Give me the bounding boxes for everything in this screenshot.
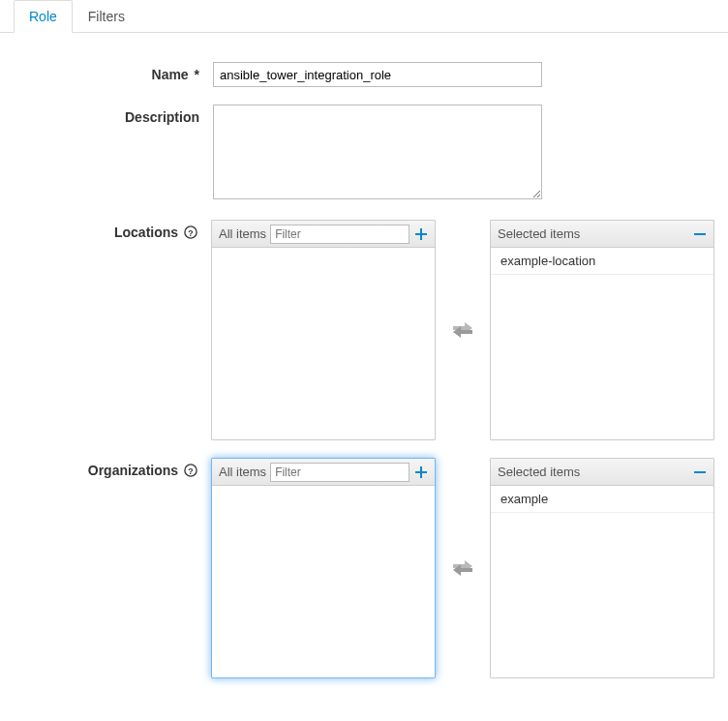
all-items-label: All items xyxy=(219,465,266,479)
organizations-label: Organizations ? xyxy=(14,458,211,678)
organizations-available-panel: All items xyxy=(211,458,436,678)
organizations-multiselect: All items Selected items xyxy=(211,458,714,678)
name-label-text: Name xyxy=(152,67,189,82)
role-form: Name * Description Locations ? All items xyxy=(0,33,728,709)
svg-rect-2 xyxy=(694,233,706,235)
locations-filter-input[interactable] xyxy=(270,225,410,244)
locations-label: Locations ? xyxy=(14,220,211,440)
form-row-organizations: Organizations ? All items xyxy=(14,458,714,678)
description-textarea[interactable] xyxy=(213,105,542,199)
locations-available-panel: All items xyxy=(211,220,436,440)
organizations-selected-list[interactable]: example xyxy=(491,486,713,677)
list-item[interactable]: example-location xyxy=(491,248,713,275)
transfer-control xyxy=(436,459,490,677)
locations-available-header: All items xyxy=(212,221,435,248)
plus-icon[interactable] xyxy=(414,227,428,241)
minus-icon[interactable] xyxy=(693,466,707,479)
svg-text:?: ? xyxy=(188,228,193,238)
plus-icon[interactable] xyxy=(414,466,428,479)
organizations-selected-header: Selected items xyxy=(491,459,713,486)
locations-multiselect: All items Selected items xyxy=(211,220,714,440)
organizations-available-list[interactable] xyxy=(212,486,435,677)
minus-icon[interactable] xyxy=(693,227,707,241)
locations-selected-panel: Selected items example-location xyxy=(490,220,714,440)
organizations-available-header: All items xyxy=(212,459,435,486)
list-item[interactable]: example xyxy=(491,486,713,513)
tab-role[interactable]: Role xyxy=(14,0,73,33)
locations-selected-list[interactable]: example-location xyxy=(491,248,713,439)
transfer-control xyxy=(436,221,490,439)
help-icon[interactable]: ? xyxy=(184,225,197,239)
name-label: Name * xyxy=(14,62,213,87)
selected-items-label: Selected items xyxy=(498,465,688,479)
form-row-description: Description xyxy=(14,105,714,202)
organizations-filter-input[interactable] xyxy=(270,463,410,482)
organizations-label-text: Organizations xyxy=(88,463,178,478)
name-input[interactable] xyxy=(213,62,542,87)
svg-rect-5 xyxy=(694,471,706,473)
swap-icon[interactable] xyxy=(453,560,472,576)
locations-available-list[interactable] xyxy=(212,248,435,439)
locations-selected-header: Selected items xyxy=(491,221,713,248)
description-label-text: Description xyxy=(125,109,199,125)
form-row-name: Name * xyxy=(14,62,714,87)
locations-label-text: Locations xyxy=(114,225,178,240)
all-items-label: All items xyxy=(219,226,266,241)
help-icon[interactable]: ? xyxy=(184,464,197,477)
required-marker: * xyxy=(195,67,199,82)
selected-items-label: Selected items xyxy=(498,226,688,241)
swap-icon[interactable] xyxy=(453,322,472,338)
organizations-selected-panel: Selected items example xyxy=(490,458,714,678)
tab-filters[interactable]: Filters xyxy=(73,0,140,33)
tab-bar: Role Filters xyxy=(0,0,728,33)
svg-text:?: ? xyxy=(188,466,193,476)
description-label: Description xyxy=(14,105,213,202)
form-row-locations: Locations ? All items xyxy=(14,220,714,440)
